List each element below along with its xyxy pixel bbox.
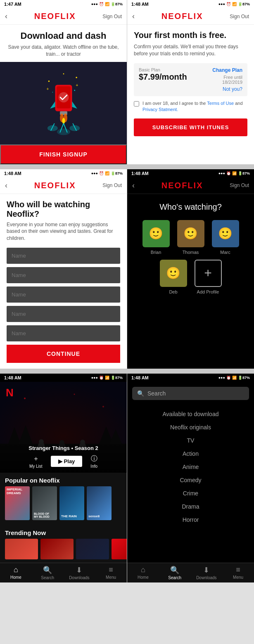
thumb-blood[interactable]: BLOOD OFMY BLOOD <box>32 486 57 520</box>
trending-thumb-3[interactable] <box>76 539 109 559</box>
time-6: 1:48 AM <box>131 375 149 380</box>
category-drama[interactable]: Drama <box>132 501 249 512</box>
nav-downloads-6[interactable]: ⬇ Downloads <box>191 566 223 580</box>
trending-thumb-2[interactable] <box>40 539 74 559</box>
menu-icon-5: ≡ <box>109 566 113 574</box>
change-plan-button[interactable]: Change Plan <box>212 67 242 73</box>
signout-button-3[interactable]: Sign Out <box>102 182 122 188</box>
screen4-body: Who's watching? 🙂 Brian 🙂 Thomas <box>127 194 254 343</box>
play-button[interactable]: ▶ Play <box>51 456 83 467</box>
terms-link-2[interactable]: Privacy Statment. <box>142 107 178 112</box>
nav-home-6[interactable]: ⌂ Home <box>127 566 159 580</box>
name-input-4[interactable] <box>7 306 120 322</box>
back-button-1[interactable]: ‹ <box>5 12 7 21</box>
info-action[interactable]: ⓘ Info <box>90 455 97 469</box>
signout-button-2[interactable]: Sign Out <box>230 14 249 19</box>
thumb-sense8[interactable]: sense8 <box>87 486 112 520</box>
svg-marker-10 <box>50 101 55 109</box>
svg-point-0 <box>48 80 50 82</box>
not-you-button[interactable]: Not you? <box>139 86 242 92</box>
downloads-icon-5: ⬇ <box>76 566 82 575</box>
category-action[interactable]: Action <box>132 448 249 459</box>
category-available-download[interactable]: Available to download <box>132 408 249 420</box>
screen1-body: Download and dash Save your data, aligat… <box>0 25 127 58</box>
time-3: 1:48 AM <box>4 171 21 176</box>
profiles-grid: 🙂 Brian 🙂 Thomas 🙂 Marc <box>131 220 250 294</box>
screen-whos-watching: 1:48 AM ●●● ⏰ 📶 🔋87% ‹ NEOFLIX Sign Out … <box>127 169 254 369</box>
bottom-nav-5: ⌂ Home 🔍 Search ⬇ Downloads ≡ Menu <box>0 563 127 582</box>
nav-downloads-label-6: Downloads <box>196 575 216 580</box>
profile-deb[interactable]: 🙂 Deb <box>159 260 188 294</box>
nav-search-6[interactable]: 🔍 Search <box>159 566 191 580</box>
thumb-imperial-dreams[interactable]: IMPERIALDREAMS <box>5 486 30 520</box>
svg-point-21 <box>69 125 80 131</box>
time-1: 1:47 AM <box>4 2 21 7</box>
trending-thumb-1[interactable] <box>5 539 38 559</box>
category-originals[interactable]: Neoflix originals <box>132 421 249 433</box>
category-comedy[interactable]: Comedy <box>132 474 249 486</box>
name-input-1[interactable] <box>7 248 120 264</box>
nav-downloads-5[interactable]: ⬇ Downloads <box>64 566 95 580</box>
status-icons-1: ●●● ⏰ 📶 🔋87% <box>91 2 123 6</box>
nav-search-5[interactable]: 🔍 Search <box>32 566 64 580</box>
add-profile-item[interactable]: + Add Profile <box>193 260 223 294</box>
neoflix-logo-4: NEOFLIX <box>161 181 203 190</box>
category-anime[interactable]: Anime <box>132 461 249 473</box>
back-button-3[interactable]: ‹ <box>5 181 7 190</box>
profile-brian[interactable]: 🙂 Brian <box>141 220 171 255</box>
terms-checkbox[interactable] <box>134 101 139 107</box>
neoflix-logo-2: NEOFLIX <box>161 12 203 21</box>
status-bar-2: 1:48 AM ●●● ⏰ 📶 🔋87% <box>127 0 254 8</box>
svg-point-4 <box>74 90 75 91</box>
info-label: Info <box>90 464 97 469</box>
back-button-4[interactable]: ‹ <box>132 181 135 190</box>
nav-bar-1: ‹ NEOFLIX Sign Out <box>0 8 127 25</box>
plan-right: Change Plan Free until18/2/2019 <box>212 67 242 85</box>
back-button-2[interactable]: ‹ <box>132 12 135 21</box>
subscribe-button[interactable]: SUBSCRIBE WITH ITUNES <box>134 118 247 136</box>
profile-name-brian: Brian <box>151 250 161 255</box>
screen2-desc: Confirm your details. We'll email you th… <box>134 43 247 57</box>
name-input-5[interactable] <box>7 325 120 341</box>
status-bar-4: 1:48 AM ●●● ⏰ 📶 🔋87% <box>127 169 254 178</box>
nav-menu-6[interactable]: ≡ Menu <box>222 566 254 580</box>
play-label: Play <box>64 458 75 464</box>
search-categories: Available to download Neoflix originals … <box>132 408 249 526</box>
name-input-3[interactable] <box>7 286 120 303</box>
continue-button[interactable]: CONTINUE <box>7 345 120 363</box>
name-input-2[interactable] <box>7 267 120 283</box>
category-tv[interactable]: TV <box>132 435 249 446</box>
terms-link-1[interactable]: Terms of Use <box>207 101 234 106</box>
screen6-body: 🔍 Search Available to download Neoflix o… <box>127 382 254 564</box>
svg-point-20 <box>47 125 57 131</box>
category-horror[interactable]: Horror <box>132 514 249 526</box>
svg-point-15 <box>62 118 65 123</box>
signout-button-4[interactable]: Sign Out <box>230 182 249 188</box>
svg-point-22 <box>57 128 70 135</box>
thumb-rain[interactable]: THE RAIN <box>59 486 84 520</box>
plan-row: Basic Plan $7.99/month Change Plan Free … <box>139 67 242 85</box>
svg-point-37 <box>102 406 104 407</box>
screen1-subtitle: Save your data, aligator. Watch offline … <box>7 44 120 58</box>
category-crime[interactable]: Crime <box>132 488 249 499</box>
trending-thumb-4[interactable] <box>112 539 127 559</box>
time-5: 1:48 AM <box>4 375 21 380</box>
nav-downloads-label-5: Downloads <box>69 575 89 580</box>
profile-avatar-deb: 🙂 <box>160 260 187 287</box>
profile-marc[interactable]: 🙂 Marc <box>211 220 240 255</box>
svg-point-1 <box>76 77 77 78</box>
nav-menu-5[interactable]: ≡ Menu <box>95 566 127 580</box>
trending-title: Trending Now <box>0 525 127 539</box>
profile-thomas[interactable]: 🙂 Thomas <box>176 220 206 255</box>
status-icons-3: ●●● ⏰ 📶 🔋87% <box>91 171 123 175</box>
signout-button-1[interactable]: Sign Out <box>102 14 122 19</box>
finish-signup-button[interactable]: FINISH SIGNUP <box>0 144 127 164</box>
search-bar[interactable]: 🔍 Search <box>132 387 249 400</box>
nav-search-label-6: Search <box>168 575 181 580</box>
status-bar-1: 1:47 AM ●●● ⏰ 📶 🔋87% <box>0 0 127 8</box>
nav-home-5[interactable]: ⌂ Home <box>0 566 32 580</box>
profile-avatar-marc: 🙂 <box>212 220 239 247</box>
neoflix-logo-3: NEOFLIX <box>34 181 76 190</box>
my-list-label: My List <box>29 464 43 469</box>
my-list-action[interactable]: ＋ My List <box>29 455 43 469</box>
